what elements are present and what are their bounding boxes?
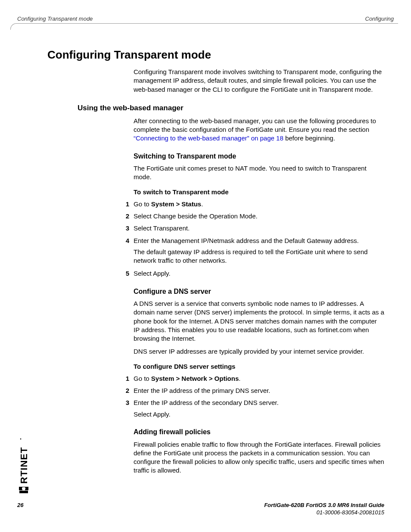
header-right: Configuring	[365, 16, 394, 22]
page-footer: 26 FortiGate-620B FortiOS 3.0 MR6 Instal…	[17, 502, 384, 516]
running-header: Configuring Transparent mode Configuring	[17, 16, 394, 22]
page-number: 26	[17, 502, 23, 508]
subsection-dns: Configure a DNS server	[134, 287, 384, 296]
list-item: 2Select Change beside the Operation Mode…	[134, 212, 384, 221]
svg-rect-3	[22, 491, 25, 493]
cross-ref-link[interactable]: “Connecting to the web-based manager” on…	[134, 134, 283, 142]
section-using-web-manager: Using the web-based manager	[78, 103, 384, 113]
dns-proc-title: To configure DNS server settings	[134, 362, 384, 371]
svg-rect-4	[19, 487, 22, 490]
step-note: Select Apply.	[134, 410, 384, 419]
dns-steps: 1Go to System > Network > Options. 2Ente…	[134, 374, 384, 419]
web-intro-after: before beginning.	[283, 134, 335, 142]
web-intro-before: After connecting to the web-based manage…	[134, 117, 376, 133]
list-item: 2Enter the IP address of the primary DNS…	[134, 386, 384, 395]
step-note: The default gateway IP address is requir…	[134, 248, 384, 265]
list-item: 1Go to System > Network > Options.	[134, 374, 384, 383]
list-item: 5Select Apply.	[134, 269, 384, 278]
fortinet-logo: RTINET	[17, 407, 30, 493]
svg-text:RTINET: RTINET	[19, 447, 29, 484]
footer-title: FortiGate-620B FortiOS 3.0 MR6 Install G…	[264, 502, 384, 508]
subsection-firewall: Adding firewall policies	[134, 427, 384, 437]
footer-docinfo: FortiGate-620B FortiOS 3.0 MR6 Install G…	[264, 502, 384, 516]
page-title: Configuring Transparent mode	[47, 47, 384, 62]
svg-point-7	[20, 439, 22, 440]
switch-intro: The FortiGate unit comes preset to NAT m…	[134, 164, 384, 182]
intro-paragraph: Configuring Transparent mode involves sw…	[134, 68, 384, 94]
header-rule	[10, 23, 398, 30]
list-item: 4Enter the Management IP/Netmask address…	[134, 236, 384, 265]
dns-paragraph-1: A DNS server is a service that converts …	[134, 299, 384, 343]
firewall-paragraph: Firewall policies enable traffic to flow…	[134, 440, 384, 475]
list-item: 3Enter the IP address of the secondary D…	[134, 398, 384, 419]
dns-paragraph-2: DNS server IP addresses are typically pr…	[134, 347, 384, 356]
svg-rect-5	[25, 487, 28, 490]
list-item: 1Go to System > Status.	[134, 200, 384, 208]
header-left: Configuring Transparent mode	[17, 16, 93, 22]
web-intro-paragraph: After connecting to the web-based manage…	[134, 117, 384, 143]
footer-docid: 01-30006-83054-20081015	[316, 509, 384, 516]
page-content: Configuring Transparent mode Configuring…	[47, 47, 384, 479]
subsection-switching: Switching to Transparent mode	[134, 152, 384, 161]
list-item: 3Select Transparent.	[134, 224, 384, 233]
switch-proc-title: To switch to Transparent mode	[134, 188, 384, 196]
switch-steps: 1Go to System > Status. 2Select Change b…	[134, 200, 384, 278]
